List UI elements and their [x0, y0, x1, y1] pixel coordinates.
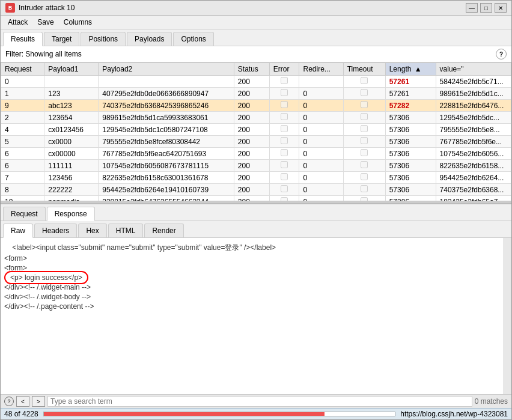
cell-value: 228815e2fdb6476...	[436, 100, 511, 112]
main-tabs: Results Target Positions Payloads Option…	[1, 29, 511, 46]
cell-status: 200	[234, 112, 269, 124]
menu-columns[interactable]: Columns	[59, 17, 97, 28]
cell-timeout	[343, 196, 385, 201]
table-row[interactable]: 4 cx0123456 129545e2fdb5dc1c05807247108 …	[1, 124, 511, 136]
cell-request: 6	[1, 148, 44, 160]
cell-error	[269, 160, 299, 172]
table-row[interactable]: 5 cx0000 795555e2fdb5e8fcef80308442 200 …	[1, 136, 511, 148]
col-request[interactable]: Request	[1, 63, 44, 76]
status-bar: 48 of 4228 https://blog.cssjh.net/wp-432…	[1, 408, 511, 419]
minimize-button[interactable]: —	[466, 3, 478, 13]
table-row[interactable]: 2 123654 989615e2fdb5d1ca59933683061 200…	[1, 112, 511, 124]
menu-attack[interactable]: Attack	[3, 17, 32, 28]
cell-length: 57306	[385, 148, 436, 160]
results-table: Request Payload1 Payload2 Status Error R…	[1, 62, 511, 201]
result-count: 48 of 4228	[4, 410, 38, 418]
table-body: 0 200 57261 584245e2fdb5c71... 1 123 407…	[1, 76, 511, 201]
cell-payload1: popmedia	[44, 196, 99, 201]
cell-timeout	[343, 184, 385, 196]
tab-positions[interactable]: Positions	[81, 32, 126, 46]
table-row[interactable]: 6 cx00000 767785e2fdb5f6eac6420751693 20…	[1, 148, 511, 160]
cell-payload2: 129545e2fdb5dc1c05807247108	[99, 124, 234, 136]
scrollbar[interactable]	[503, 238, 511, 394]
cell-payload2: 954425e2fdb6264e19410160739	[99, 184, 234, 196]
col-length[interactable]: Length ▲	[385, 63, 436, 76]
col-redirect[interactable]: Redire...	[299, 63, 343, 76]
col-error[interactable]: Error	[269, 63, 299, 76]
cell-value: 767785e2fdb5f6e...	[436, 136, 511, 148]
cell-redirect: 0	[299, 100, 343, 112]
col-payload1[interactable]: Payload1	[44, 63, 99, 76]
cell-redirect: 0	[299, 136, 343, 148]
cell-status: 200	[234, 124, 269, 136]
search-bar: ? < > 0 matches	[1, 394, 511, 408]
cell-payload2: 228815e2fdb6476365554662244	[99, 196, 234, 201]
col-status[interactable]: Status	[234, 63, 269, 76]
tab-payloads[interactable]: Payloads	[127, 32, 172, 46]
table-row[interactable]: 6 111111 107545e2fdb6056087673781115 200…	[1, 160, 511, 172]
cell-payload1: cx0123456	[44, 124, 99, 136]
col-value[interactable]: value="	[436, 63, 511, 76]
search-help-button[interactable]: ?	[4, 397, 14, 406]
cell-status: 200	[234, 184, 269, 196]
tab-headers[interactable]: Headers	[34, 224, 77, 237]
col-timeout[interactable]: Timeout	[343, 63, 385, 76]
cell-timeout	[343, 100, 385, 112]
progress-fill	[44, 412, 325, 416]
col-payload2[interactable]: Payload2	[99, 63, 234, 76]
tab-response[interactable]: Response	[47, 207, 95, 221]
content-line: </div><!-- /.widget-main -->	[4, 283, 508, 291]
content-lines: <label><input class="submit" name="submi…	[4, 243, 508, 311]
next-match-button[interactable]: >	[32, 396, 45, 407]
table-row[interactable]: 7 123456 822635e2fdb6158c63001361678 200…	[1, 172, 511, 184]
cell-payload1: abc123	[44, 100, 99, 112]
content-line: <form>	[4, 254, 508, 263]
cell-request: 6	[1, 160, 44, 172]
maximize-button[interactable]: □	[480, 3, 492, 13]
cell-value: 989615e2fdb5d1c...	[436, 88, 511, 100]
tab-results[interactable]: Results	[3, 32, 43, 46]
cell-payload1: 111111	[44, 160, 99, 172]
results-table-container: Request Payload1 Payload2 Status Error R…	[1, 62, 511, 201]
table-row[interactable]: 10 popmedia 228815e2fdb6476365554662244 …	[1, 196, 511, 201]
cell-payload2	[99, 76, 234, 88]
cell-request: 9	[1, 100, 44, 112]
tab-html[interactable]: HTML	[108, 224, 144, 237]
cell-length: 57306	[385, 124, 436, 136]
table-row[interactable]: 1 123 407295e2fdb0de0663666890947 200 0 …	[1, 88, 511, 100]
tab-target[interactable]: Target	[44, 32, 79, 46]
tab-hex[interactable]: Hex	[78, 224, 106, 237]
cell-status: 200	[234, 148, 269, 160]
table-row[interactable]: 0 200 57261 584245e2fdb5c71...	[1, 76, 511, 88]
cell-payload2: 767785e2fdb5f6eac6420751693	[99, 148, 234, 160]
cell-length: 57261	[385, 88, 436, 100]
cell-payload1: 222222	[44, 184, 99, 196]
cell-request: 2	[1, 112, 44, 124]
cell-error	[269, 100, 299, 112]
tab-raw[interactable]: Raw	[3, 224, 33, 238]
menu-save[interactable]: Save	[32, 17, 58, 28]
prev-match-button[interactable]: <	[16, 396, 29, 407]
cell-length: 57306	[385, 172, 436, 184]
table-row[interactable]: 8 222222 954425e2fdb6264e19410160739 200…	[1, 184, 511, 196]
cell-value: 740375e2fdb6368...	[436, 184, 511, 196]
cell-payload2: 740375e2fdb6368425396865246	[99, 100, 234, 112]
tab-request[interactable]: Request	[3, 207, 46, 221]
cell-value: 584245e2fdb5c71...	[436, 76, 511, 88]
close-button[interactable]: ✕	[495, 3, 507, 13]
cell-payload2: 107545e2fdb6056087673781115	[99, 160, 234, 172]
table-row[interactable]: 9 abc123 740375e2fdb6368425396865246 200…	[1, 100, 511, 112]
match-count: 0 matches	[475, 397, 508, 406]
app-icon: B	[5, 3, 15, 13]
main-window: B Intruder attack 10 — □ ✕ Attack Save C…	[0, 0, 512, 420]
cell-timeout	[343, 124, 385, 136]
help-button[interactable]: ?	[496, 49, 507, 59]
cell-length: 57282	[385, 100, 436, 112]
cell-length: 57306	[385, 112, 436, 124]
tab-options[interactable]: Options	[173, 32, 213, 46]
tab-render[interactable]: Render	[144, 224, 183, 237]
cell-payload1: 123456	[44, 172, 99, 184]
search-input[interactable]	[47, 396, 472, 407]
cell-status: 200	[234, 196, 269, 201]
cell-timeout	[343, 160, 385, 172]
